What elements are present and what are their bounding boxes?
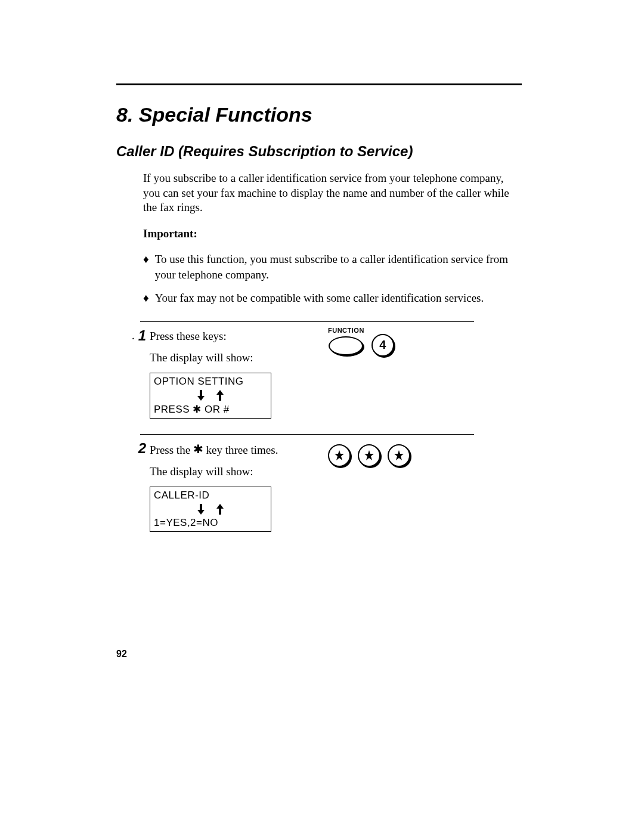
section-title: Caller ID (Requires Subscription to Serv… [116, 143, 522, 160]
step1-keys: FUNCTION 4 [328, 326, 394, 357]
lcd-line2: 1=YES,2=NO [154, 517, 267, 529]
down-arrow-icon [197, 504, 205, 515]
function-key-icon [329, 336, 363, 355]
function-key-wrap: FUNCTION [328, 327, 364, 355]
diamond-icon: ♦ [143, 290, 149, 306]
step2-keys [328, 444, 410, 467]
svg-marker-6 [394, 450, 404, 460]
page-number: 92 [116, 649, 127, 659]
page-content: 8. Special Functions Caller ID (Requires… [116, 83, 522, 532]
step-number: 1 [138, 328, 146, 343]
top-rule [116, 83, 522, 85]
step2-text2: The display will show: [150, 465, 522, 478]
lcd-display: OPTION SETTING PRESS ✱ OR # [150, 373, 271, 419]
step-2: 2 Press the ✱ key three times. The displ… [116, 441, 522, 532]
key-4-icon: 4 [371, 334, 394, 357]
function-key-label: FUNCTION [328, 327, 364, 334]
svg-marker-2 [197, 504, 205, 515]
lcd-arrows [154, 388, 267, 403]
lcd-line2: PRESS ✱ OR # [154, 403, 267, 416]
lcd-line1: CALLER-ID [154, 490, 267, 501]
up-arrow-icon [216, 504, 224, 515]
bullet-item: ♦ Your fax may not be compatible with so… [143, 290, 522, 306]
step-divider [140, 321, 474, 322]
svg-marker-0 [197, 390, 205, 401]
lcd-arrows [154, 501, 267, 517]
svg-marker-1 [216, 390, 224, 401]
step-divider [140, 434, 474, 435]
up-arrow-icon [216, 390, 224, 401]
key-4-label: 4 [379, 338, 386, 352]
bullet-text: Your fax may not be compatible with some… [155, 290, 484, 306]
bullet-list: ♦ To use this function, you must subscri… [143, 252, 522, 306]
chapter-title: 8. Special Functions [116, 103, 522, 126]
intro-paragraph: If you subscribe to a caller identificat… [143, 171, 516, 215]
important-label: Important: [143, 227, 522, 240]
svg-marker-3 [216, 504, 224, 515]
star-key-icon [328, 444, 351, 467]
bullet-text: To use this function, you must subscribe… [155, 252, 522, 282]
star-icon: ✱ [193, 442, 203, 456]
bullet-item: ♦ To use this function, you must subscri… [143, 252, 522, 282]
step-1: . 1 Press these keys: The display will s… [116, 328, 522, 419]
lcd-line1: OPTION SETTING [154, 376, 267, 388]
star-key-icon [388, 444, 410, 467]
step-number: 2 [138, 441, 146, 456]
star-key-icon [358, 444, 380, 467]
svg-marker-5 [364, 450, 374, 460]
diamond-icon: ♦ [143, 252, 149, 282]
down-arrow-icon [197, 390, 205, 401]
svg-marker-4 [335, 450, 344, 460]
lcd-display: CALLER-ID 1=YES,2=NO [150, 487, 271, 532]
step-dot: . [132, 328, 135, 344]
